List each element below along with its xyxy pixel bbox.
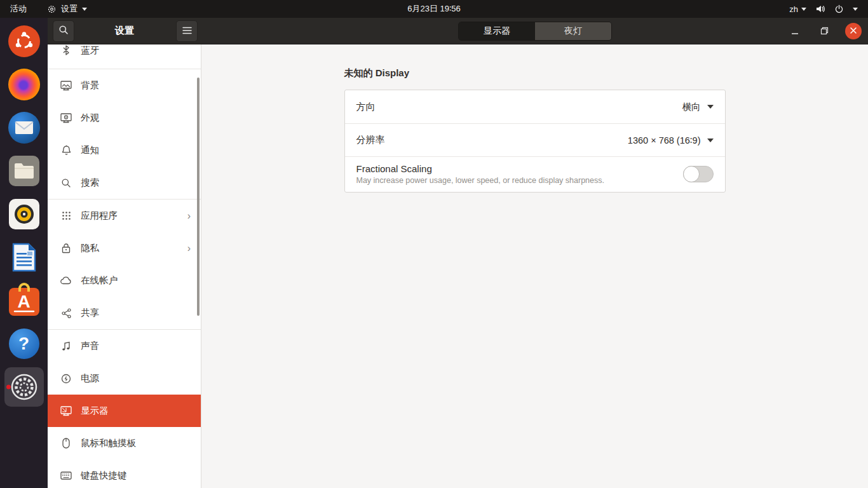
dock: A ? [0, 18, 48, 488]
music-note-icon [60, 341, 72, 352]
volume-icon[interactable] [815, 4, 825, 14]
tab-displays[interactable]: 显示器 [459, 22, 535, 40]
chevron-down-icon [82, 8, 87, 11]
dock-item-settings[interactable] [4, 367, 44, 407]
keyboard-layout-label: zh [789, 4, 798, 14]
cloud-icon [60, 275, 72, 287]
fractional-scaling-description: May increase power usage, lower speed, o… [356, 176, 605, 185]
applications-grid-icon [60, 210, 72, 222]
sidebar-item-label: 显示器 [81, 405, 109, 417]
sidebar-item-mouse-touchpad[interactable]: 鼠标和触摸板 [48, 427, 201, 459]
files-icon [9, 156, 39, 186]
sidebar-item-background[interactable]: 背景 [48, 69, 201, 102]
orientation-label: 方向 [356, 101, 376, 113]
sidebar-item-label: 搜索 [81, 177, 99, 189]
ubuntu-software-icon: A [9, 288, 39, 316]
thunderbird-icon [8, 112, 40, 144]
app-menu-button[interactable]: 设置 [41, 0, 93, 18]
toggle-knob [683, 166, 700, 182]
dock-item-ubuntu[interactable] [4, 22, 44, 61]
maximize-button[interactable] [816, 23, 832, 39]
fractional-scaling-toggle[interactable] [683, 166, 714, 182]
tab-night-light[interactable]: 夜灯 [535, 22, 611, 40]
dock-item-firefox[interactable] [4, 65, 44, 104]
power-icon[interactable] [834, 4, 844, 14]
display-tabs: 显示器 夜灯 [458, 22, 612, 41]
sidebar-item-sound[interactable]: 声音 [48, 330, 201, 362]
settings-window: 设置 显示器 夜灯 [48, 18, 868, 488]
sidebar-item-search[interactable]: 搜索 [48, 166, 201, 199]
keyboard-layout-indicator[interactable]: zh [789, 4, 806, 14]
header-bar: 设置 显示器 夜灯 [48, 18, 868, 44]
activities-button[interactable]: 活动 [0, 0, 37, 18]
settings-gear-icon [10, 372, 39, 402]
search-button[interactable] [53, 20, 74, 42]
sidebar-item-label: 背景 [81, 79, 99, 92]
sidebar-item-online-accounts[interactable]: 在线帐户 [48, 264, 201, 297]
ubuntu-logo-icon [8, 25, 40, 57]
sidebar-item-sharing[interactable]: 共享 [48, 297, 201, 329]
sidebar-item-label: 隐私 [81, 242, 99, 254]
mouse-icon [60, 438, 72, 449]
libreoffice-writer-icon [10, 242, 39, 273]
sidebar-item-label: 在线帐户 [81, 274, 118, 287]
appearance-icon [60, 112, 72, 124]
primary-menu-button[interactable] [176, 20, 198, 42]
chevron-down-icon [801, 8, 806, 11]
sidebar-item-label: 应用程序 [81, 210, 118, 222]
resolution-dropdown[interactable]: 1360 × 768 (16∶9) [628, 135, 714, 146]
dock-item-libreoffice-writer[interactable] [4, 238, 44, 277]
gear-icon [47, 4, 57, 14]
help-icon: ? [9, 329, 39, 359]
close-button[interactable] [845, 23, 862, 39]
rhythmbox-icon [9, 199, 39, 229]
dropdown-arrow-icon [707, 105, 714, 109]
running-indicator-dot [6, 385, 11, 390]
displays-monitor-icon [60, 405, 72, 417]
orientation-row[interactable]: 方向 横向 [345, 90, 725, 123]
show-applications-button[interactable] [10, 451, 38, 479]
sidebar-item-notifications[interactable]: 通知 [48, 134, 201, 166]
resolution-row[interactable]: 分辨率 1360 × 768 (16∶9) [345, 123, 725, 156]
resolution-value: 1360 × 768 (16∶9) [628, 135, 701, 146]
sidebar-scrollbar[interactable] [197, 78, 200, 316]
sidebar-item-keyboard-shortcuts[interactable]: 键盘快捷键 [48, 459, 201, 488]
display-heading: 未知的 Display [344, 67, 726, 79]
sidebar-item-bluetooth[interactable]: 蓝牙 [48, 44, 201, 69]
sidebar-item-applications[interactable]: 应用程序 › [48, 200, 201, 232]
sidebar-item-label: 声音 [81, 340, 99, 352]
dock-item-rhythmbox[interactable] [4, 194, 44, 234]
chevron-right-icon: › [187, 243, 191, 254]
sidebar-item-label: 外观 [81, 112, 99, 124]
sidebar-item-label: 通知 [81, 144, 99, 156]
hamburger-menu-icon [182, 25, 192, 37]
dropdown-arrow-icon [707, 139, 714, 142]
privacy-lock-icon [60, 243, 72, 254]
sidebar-item-label: 蓝牙 [81, 44, 99, 57]
sidebar-item-label: 电源 [81, 372, 99, 384]
firefox-icon [8, 69, 40, 100]
dock-item-help[interactable]: ? [4, 324, 44, 363]
background-icon [60, 80, 72, 92]
top-bar: 活动 设置 6月23日 19∶56 zh [0, 0, 868, 18]
dock-item-ubuntu-software[interactable]: A [4, 281, 44, 320]
search-icon [58, 25, 69, 37]
sharing-icon [60, 308, 72, 319]
sidebar-item-privacy[interactable]: 隐私 › [48, 232, 201, 264]
orientation-value: 横向 [682, 101, 701, 113]
minimize-button[interactable] [787, 23, 803, 39]
orientation-dropdown[interactable]: 横向 [682, 101, 714, 113]
display-options-card: 方向 横向 分辨率 1360 × 768 (16∶9) [344, 90, 726, 193]
dock-item-thunderbird[interactable] [4, 108, 44, 147]
sidebar-item-displays[interactable]: 显示器 [48, 395, 201, 427]
sidebar-item-label: 鼠标和触摸板 [81, 437, 136, 449]
sidebar-item-power[interactable]: 电源 [48, 362, 201, 395]
fractional-scaling-row: Fractional Scaling May increase power us… [345, 156, 725, 192]
app-menu-label: 设置 [61, 3, 78, 15]
clock[interactable]: 6月23日 19∶56 [0, 3, 868, 15]
sidebar-item-appearance[interactable]: 外观 [48, 102, 201, 134]
sidebar-item-label: 键盘快捷键 [81, 470, 127, 482]
dock-item-files[interactable] [4, 151, 44, 191]
system-menu-chevron-icon[interactable] [853, 8, 858, 11]
sidebar-item-label: 共享 [81, 307, 99, 319]
